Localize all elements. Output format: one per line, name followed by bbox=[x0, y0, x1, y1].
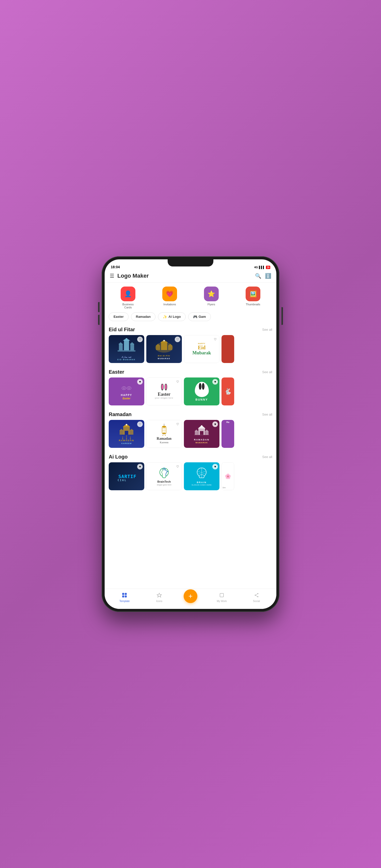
svg-point-51 bbox=[162, 435, 163, 436]
svg-rect-9 bbox=[161, 342, 167, 350]
nav-icons[interactable]: Icons bbox=[142, 593, 177, 602]
volume-down-button[interactable] bbox=[98, 315, 100, 325]
svg-text:SARTIFI: SARTIFI bbox=[118, 474, 137, 479]
bottom-nav: Template Icons + My Work bbox=[105, 589, 276, 609]
template-nav-icon bbox=[122, 593, 127, 599]
nav-template[interactable]: Template bbox=[107, 593, 142, 602]
thumbnails-label: Thumbnails bbox=[246, 303, 260, 306]
category-invitations[interactable]: 💗 Invitations bbox=[162, 286, 177, 309]
section-header-ramadan: Ramadan See all bbox=[109, 409, 272, 420]
menu-icon[interactable]: ☰ bbox=[110, 273, 114, 279]
business-cards-icon: 👤 bbox=[121, 286, 135, 301]
thumbnails-icon: 🖼️ bbox=[246, 286, 260, 301]
business-cards-label: BusinessCards bbox=[122, 303, 134, 309]
easter-card-3-heart[interactable]: ♥ bbox=[212, 379, 218, 384]
svg-rect-59 bbox=[205, 431, 209, 435]
svg-point-2 bbox=[126, 338, 127, 340]
app-title: Logo Maker bbox=[117, 273, 149, 279]
ai-logo-card-2-heart[interactable]: ♡ bbox=[175, 464, 180, 469]
tag-ramadan[interactable]: Ramadan bbox=[131, 312, 156, 321]
svg-rect-67 bbox=[125, 593, 127, 595]
social-nav-label: Social bbox=[253, 600, 260, 602]
section-ramadan: Ramadan See all bbox=[105, 409, 276, 452]
ai-logo-card-1[interactable]: SARTIFI CIAL ♥ bbox=[109, 462, 144, 490]
easter-card-2-heart[interactable]: ♡ bbox=[175, 379, 180, 384]
lantern-svg bbox=[160, 424, 168, 436]
ai-logo-card-4-partial[interactable]: 🌸 Sm bbox=[221, 462, 234, 490]
ai-logo-card-1-heart[interactable]: ♥ bbox=[137, 464, 143, 469]
easter-svg-1 bbox=[119, 383, 134, 393]
ramadan-card-3-heart[interactable]: ♥ bbox=[212, 422, 218, 427]
svg-text:CIAL: CIAL bbox=[118, 479, 127, 482]
volume-up-button[interactable] bbox=[98, 302, 100, 312]
category-thumbnails[interactable]: 🖼️ Thumbnails bbox=[246, 286, 260, 309]
nav-add[interactable]: + bbox=[177, 592, 204, 603]
ramadan-card-4-partial[interactable]: Ra bbox=[221, 420, 234, 448]
mosque-svg-1 bbox=[116, 338, 137, 355]
svg-marker-70 bbox=[157, 593, 162, 597]
nav-social[interactable]: Social bbox=[239, 593, 274, 602]
ramadan-card-3[interactable]: RAMADAN MUBARAK ♥ bbox=[184, 420, 219, 448]
ramadan-section-title: Ramadan bbox=[109, 411, 132, 417]
eid-section-title: Eid ul Fitar bbox=[109, 327, 135, 333]
svg-point-72 bbox=[255, 595, 256, 596]
header-right: 🔍 ℹ️ bbox=[255, 273, 271, 279]
eid-card-2[interactable]: Eid Al-Fitr MUBARAK ♡ bbox=[146, 335, 182, 363]
category-flyers[interactable]: ⭐ Flyers bbox=[204, 286, 219, 309]
svg-rect-31 bbox=[125, 431, 128, 435]
eid-card-4-partial[interactable] bbox=[221, 335, 234, 363]
ramadan-card-2[interactable]: Ramadan Kareem ♡ bbox=[146, 420, 182, 448]
svg-rect-69 bbox=[125, 595, 127, 597]
easter-card-3[interactable]: BUNNY ♥ bbox=[184, 377, 219, 405]
svg-point-21 bbox=[162, 384, 163, 390]
easter-card-1[interactable]: HAPPY Easter ♥ bbox=[109, 377, 144, 405]
my-work-nav-label: My Work bbox=[217, 600, 227, 602]
ai-logo-section-title: Ai Logo bbox=[109, 454, 128, 460]
tag-easter[interactable]: Easter bbox=[109, 312, 129, 321]
easter-see-all[interactable]: See all bbox=[262, 370, 272, 374]
ai-logo-card-3[interactable]: BRAIN SLOGAN GOES HERE ♥ bbox=[184, 462, 219, 490]
invitations-label: Invitations bbox=[163, 303, 176, 306]
phone-frame: 18:04 4G ▌▌▌ 16 ☰ Logo Maker 🔍 ℹ️ bbox=[102, 256, 279, 612]
easter-card-4-partial[interactable]: 🐇 bbox=[221, 377, 234, 405]
add-fab-button[interactable]: + bbox=[184, 589, 197, 603]
braintech-svg bbox=[158, 467, 170, 479]
ai-logo-see-all[interactable]: See all bbox=[262, 455, 272, 459]
svg-point-54 bbox=[201, 425, 202, 427]
eid-card-1[interactable]: عيد مبارك EID MUBARAK ♡ bbox=[109, 335, 144, 363]
category-business-cards[interactable]: 👤 BusinessCards bbox=[121, 286, 135, 309]
tag-ai-logo[interactable]: ✨ Ai Logo bbox=[158, 312, 185, 321]
nav-my-work[interactable]: My Work bbox=[204, 593, 239, 602]
svg-rect-34 bbox=[130, 430, 133, 435]
power-button[interactable] bbox=[281, 307, 283, 325]
search-icon[interactable]: 🔍 bbox=[255, 273, 261, 279]
eid-see-all[interactable]: See all bbox=[262, 328, 272, 332]
ai-logo-card-3-heart[interactable]: ♥ bbox=[212, 464, 218, 469]
ramadan-see-all[interactable]: See all bbox=[262, 412, 272, 416]
eid-card-1-heart[interactable]: ♡ bbox=[137, 337, 143, 342]
ramadan-mosque-svg bbox=[118, 423, 135, 440]
svg-point-25 bbox=[199, 384, 201, 389]
svg-marker-4 bbox=[118, 342, 123, 344]
eid-card-3[interactable]: HAPPY Eid Mubarak ♡ bbox=[184, 335, 219, 363]
section-header-ai-logo: Ai Logo See all bbox=[109, 452, 272, 462]
eid-card-3-heart[interactable]: ♡ bbox=[212, 337, 218, 342]
ramadan-card-1-heart[interactable]: ♡ bbox=[137, 422, 143, 427]
easter-card-2[interactable]: Easter your slogan here ♡ bbox=[146, 377, 182, 405]
icons-nav-icon bbox=[157, 593, 162, 599]
info-icon[interactable]: ℹ️ bbox=[265, 273, 271, 279]
svg-point-27 bbox=[202, 384, 204, 389]
svg-line-76 bbox=[256, 595, 257, 596]
svg-point-19 bbox=[129, 388, 130, 389]
tag-gaming[interactable]: 🎮 Gam bbox=[188, 312, 211, 321]
svg-rect-71 bbox=[220, 593, 224, 597]
ramadan-card-2-heart[interactable]: ♡ bbox=[175, 422, 180, 427]
svg-rect-12 bbox=[156, 346, 160, 350]
easter-cards-row: HAPPY Easter ♥ bbox=[109, 377, 272, 405]
easter-card-1-heart[interactable]: ♥ bbox=[137, 379, 143, 384]
ai-logo-card-2[interactable]: BrainTech slogan goes here ♡ bbox=[146, 462, 182, 490]
eid-card-2-heart[interactable]: ♡ bbox=[175, 337, 180, 342]
svg-point-73 bbox=[257, 593, 258, 594]
ramadan-card-1[interactable]: RAMADAN KAREEM ♡ bbox=[109, 420, 144, 448]
template-nav-label: Template bbox=[119, 600, 130, 602]
